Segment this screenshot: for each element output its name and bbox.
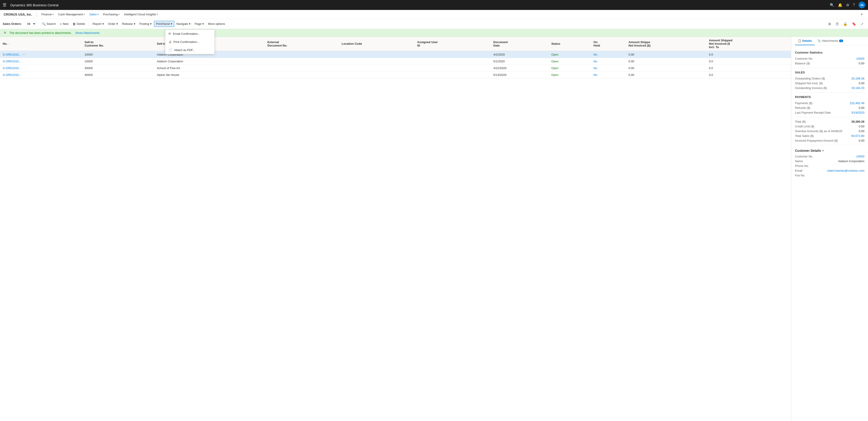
refunds-value: 0.00 [859, 106, 864, 109]
col-header-location-code[interactable]: Location Code [339, 37, 414, 51]
cust-details-phone-label: Phone No. [795, 164, 864, 168]
chevron-down-icon: ▾ [157, 13, 158, 15]
search-button[interactable]: 🔍 Search [40, 21, 58, 27]
table-cell[interactable]: S-ORD1010... [0, 58, 82, 65]
table-cell: 10000 [82, 51, 154, 58]
expand-icon[interactable]: ⤢ [859, 21, 865, 27]
total-sales-label: Total Sales ($) [795, 134, 851, 137]
nav-item-purchasing[interactable]: Purchasing ▾ [101, 12, 121, 17]
list-view-icon[interactable]: ☰ [834, 21, 840, 27]
print-send-button[interactable]: Print/Send ▾ [154, 21, 174, 27]
alert-close-button[interactable]: ✕ [4, 31, 6, 35]
table-row[interactable]: S-ORD1010...30000School of Fine Art4/22/… [0, 65, 791, 72]
table-row[interactable]: S-ORD1010...⋯10000Adatum Corporation4/2/… [0, 51, 791, 58]
order-button[interactable]: Order ▾ [106, 21, 120, 27]
lock-icon[interactable]: 🔒 [842, 21, 849, 27]
alert-link[interactable]: Show Attachments [75, 31, 100, 35]
row-action-icon[interactable]: ⋯ [22, 53, 25, 56]
credit-limit-label: Credit Limit ($) [795, 125, 859, 128]
divider-2 [795, 92, 864, 93]
table-header-row: No. ↑ Sell-toCustomer No. Sell-to Custom… [0, 37, 791, 51]
table-cell: 5/1/2020 [491, 58, 549, 65]
col-header-no[interactable]: No. ↑ [0, 37, 82, 51]
cust-details-name-row: Name Adatum Corporation [795, 159, 864, 163]
table-cell[interactable]: S-ORD1010...⋯ [0, 51, 82, 58]
table-cell[interactable]: S-ORD1010... [0, 72, 82, 78]
col-header-on-hold[interactable]: OnHold [591, 37, 626, 51]
table-cell: 4/2/2020 [491, 51, 549, 58]
search-icon[interactable]: 🔍 [830, 3, 834, 7]
tab-attachments[interactable]: 📎 Attachments 1 [815, 37, 846, 45]
table-row[interactable]: S-ORD1010...40000Alpine Ski House5/13/20… [0, 72, 791, 78]
page-button[interactable]: Page ▾ [193, 21, 206, 27]
table-cell: 40000 [82, 72, 154, 78]
table-cell: 0.0 [706, 51, 791, 58]
col-header-sell-to-customer-no[interactable]: Sell-toCustomer No. [82, 37, 154, 51]
hamburger-icon[interactable]: ☰ [3, 2, 6, 7]
col-header-external-document-no[interactable]: ExternalDocument No. [265, 37, 339, 51]
table-row[interactable]: S-ORD1010...10000Adatum Corporation5/1/2… [0, 58, 791, 65]
tab-details[interactable]: 📋 Details [795, 37, 815, 45]
nav-item-sales[interactable]: Sales ▾ [88, 12, 100, 17]
filter-dropdown[interactable]: All [24, 21, 36, 27]
table-body: S-ORD1010...⋯10000Adatum Corporation4/2/… [0, 51, 791, 78]
bookmark-icon[interactable]: 🔖 [850, 21, 858, 27]
release-button[interactable]: Release ▾ [120, 21, 137, 27]
table-cell: No [591, 65, 626, 72]
settings-icon[interactable]: ⚙ [846, 3, 849, 7]
chevron-down-icon: ▾ [119, 13, 120, 15]
email-icon: ✉ [168, 32, 171, 35]
nav-item-cloud-insights[interactable]: Intelligent Cloud Insights ▾ [122, 12, 160, 17]
nav-more-button[interactable]: ≡ [859, 12, 864, 17]
chevron-down-icon: ▾ [84, 13, 85, 15]
print-confirmation-item[interactable]: 🖨 Print Confirmation... [165, 38, 215, 46]
attachments-tab-label: Attachments [822, 39, 838, 42]
table-cell: 10000 [82, 58, 154, 65]
cust-details-customer-no-value[interactable]: 10000 [856, 155, 864, 158]
col-header-amount-shipped-not-invoiced[interactable]: Amount ShippeNot Invoiced ($) [626, 37, 706, 51]
outstanding-invoices-row: Outstanding Invoices ($) 19,184.20 [795, 86, 864, 90]
table-cell [339, 58, 414, 65]
col-header-status[interactable]: Status [549, 37, 591, 51]
attach-as-pdf-item[interactable]: 📄 Attach as PDF... [165, 46, 215, 54]
invoiced-prepayment-row: Invoiced Prepayment Amount ($) 0.00 [795, 139, 864, 142]
table-cell[interactable]: S-ORD1010... [0, 65, 82, 72]
delete-button[interactable]: 🗑 Delete [71, 21, 87, 27]
posting-button[interactable]: Posting ▾ [138, 21, 153, 27]
customer-no-value[interactable]: 10000 [856, 57, 864, 60]
attachments-badge: 1 [839, 39, 843, 42]
col-header-document-date[interactable]: DocumentDate [491, 37, 549, 51]
bell-icon[interactable]: 🔔 [838, 3, 842, 7]
invoiced-prepayment-value: 0.00 [859, 139, 864, 142]
nav-item-cash-management[interactable]: Cash Management ▾ [56, 12, 87, 17]
nav-item-finance[interactable]: Finance ▾ [39, 12, 55, 17]
user-avatar[interactable]: JK [859, 2, 865, 8]
report-button[interactable]: Report ▾ [91, 21, 106, 27]
cust-details-customer-no-label: Customer No. [795, 155, 856, 158]
navigate-button[interactable]: Navigate ▾ [175, 21, 192, 27]
last-payment-value[interactable]: 3/19/2020 [851, 111, 864, 114]
help-icon[interactable]: ? [853, 3, 855, 7]
col-header-amount-shipped-not-invoiced-incl-tax[interactable]: Amount ShippedNot Invoiced ($Incl. Ta [706, 37, 791, 51]
customer-details-chevron[interactable]: ▾ [822, 149, 824, 152]
total-value: 39,380.28 [851, 120, 864, 123]
table-cell [265, 65, 339, 72]
total-label: Total ($) [795, 120, 851, 123]
payments-label: Payments ($) [795, 101, 850, 105]
credit-limit-value: 0.00 [859, 125, 864, 128]
cust-details-email-value[interactable]: robert.townes@contoso.com [827, 169, 864, 172]
table-cell: 0.0 [706, 58, 791, 65]
new-button[interactable]: + New [58, 21, 70, 27]
more-options-button[interactable]: More options [206, 21, 227, 27]
outstanding-invoices-value[interactable]: 19,184.20 [851, 86, 864, 90]
chevron-down-icon: ▾ [116, 22, 118, 26]
col-header-assigned-user-id[interactable]: Assigned UserID [414, 37, 491, 51]
outstanding-orders-value[interactable]: 20,196.08 [851, 77, 864, 80]
customer-details-title: Customer Details [795, 149, 821, 153]
delete-icon: 🗑 [72, 22, 76, 26]
last-payment-label: Last Payment Receipt Date [795, 111, 851, 114]
email-confirmation-item[interactable]: ✉ Email Confirmation... [165, 30, 215, 38]
filter-icon[interactable]: ⊞ [827, 21, 833, 27]
total-sales-value[interactable]: 60,672.80 [851, 134, 864, 137]
payments-value[interactable]: 232,482.46 [850, 101, 864, 105]
